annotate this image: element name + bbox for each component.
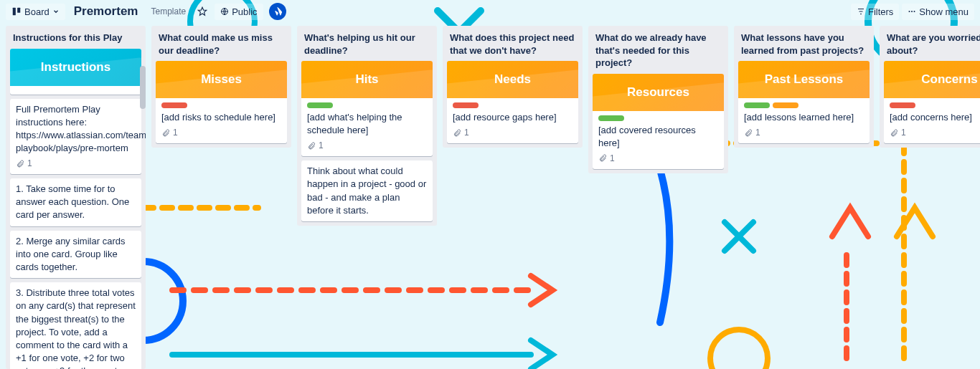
list-cards: Misses[add risks to schedule here]1	[151, 61, 291, 148]
card-badges: 1	[744, 127, 864, 139]
label-green[interactable]	[307, 102, 333, 108]
attachment-count: 1	[901, 127, 906, 139]
card-text: [add lessons learned here]	[744, 111, 864, 124]
card-labels	[307, 102, 427, 108]
label-red[interactable]	[453, 102, 479, 108]
card-labels	[161, 102, 281, 108]
board-canvas: Instructions for this PlayInstructionsFu…	[0, 23, 980, 369]
attachment-icon	[744, 129, 753, 138]
board-header: Board Premortem Template Public Filters …	[0, 0, 980, 23]
board-icon	[11, 6, 22, 16]
card-labels	[890, 102, 980, 108]
svg-point-8	[911, 11, 913, 12]
list: What are you worried about?Concerns[add …	[880, 26, 980, 148]
card-labels	[744, 102, 864, 108]
list-cards: Concerns[add concerns here]1	[880, 61, 980, 148]
list-title[interactable]: What's helping us hit our deadline?	[297, 26, 437, 61]
card-cover: Hits	[301, 61, 433, 98]
card-labels	[598, 115, 718, 121]
card-text: [add what's helping the schedule here]	[307, 111, 427, 137]
card-badges: 1	[16, 158, 136, 170]
board-view-switcher[interactable]: Board	[6, 4, 65, 20]
label-red[interactable]	[890, 102, 915, 108]
attachment-icon	[161, 129, 170, 138]
card[interactable]: Instructions	[10, 49, 141, 95]
filters-label: Filters	[868, 6, 893, 17]
card[interactable]: 2. Merge any similar cards into one card…	[10, 231, 141, 279]
list-title[interactable]: Instructions for this Play	[6, 26, 146, 49]
card[interactable]: Hits[add what's helping the schedule her…	[301, 61, 433, 156]
workspace-avatar[interactable]	[269, 3, 286, 20]
card-text: Think about what could happen in a proje…	[307, 165, 427, 217]
filter-icon	[857, 7, 865, 16]
attachment-count: 1	[755, 127, 760, 139]
card-badges: 1	[890, 127, 980, 139]
list: What do we already have that's needed fo…	[588, 26, 728, 173]
label-green[interactable]	[744, 102, 770, 108]
star-icon	[197, 6, 207, 16]
attachment-icon	[16, 160, 24, 168]
list-title[interactable]: What are you worried about?	[880, 26, 980, 61]
list-cards: Resources[add covered resources here]1	[588, 74, 728, 173]
list: Instructions for this PlayInstructionsFu…	[6, 26, 146, 369]
card[interactable]: Misses[add risks to schedule here]1	[156, 61, 287, 143]
attachment-icon	[890, 129, 898, 138]
card-cover: Concerns	[884, 61, 980, 98]
list-title[interactable]: What could make us miss our deadline?	[151, 26, 291, 61]
svg-rect-5	[17, 8, 20, 13]
card[interactable]: 3. Distribute three total votes on any c…	[10, 282, 141, 369]
attachment-count: 1	[464, 127, 469, 139]
template-badge[interactable]: Template	[146, 5, 190, 18]
list-title[interactable]: What does this project need that we don'…	[443, 26, 583, 61]
list-title[interactable]: What do we already have that's needed fo…	[588, 26, 728, 74]
card-badges: 1	[161, 127, 281, 139]
show-menu-button[interactable]: Show menu	[902, 4, 974, 20]
attachment-icon	[307, 142, 316, 150]
card[interactable]: Past Lessons[add lessons learned here]1	[738, 61, 870, 143]
card-text: [add resource gaps here]	[453, 111, 573, 124]
card[interactable]: Concerns[add concerns here]1	[884, 61, 980, 143]
card-badges: 1	[598, 153, 718, 165]
list-title[interactable]: What lessons have you learned from past …	[734, 26, 874, 61]
list-cards: InstructionsFull Premortem Play instruct…	[6, 49, 146, 369]
card-cover: Past Lessons	[738, 61, 870, 98]
card-badges: 1	[307, 140, 427, 152]
card-text: 1. Take some time for to answer each que…	[16, 183, 136, 222]
svg-point-7	[909, 11, 910, 12]
card[interactable]: Needs[add resource gaps here]1	[447, 61, 578, 143]
card-text: [add covered resources here]	[598, 124, 718, 150]
card-text: [add risks to schedule here]	[161, 111, 281, 124]
filters-button[interactable]: Filters	[851, 4, 899, 20]
attachment-count: 1	[610, 153, 615, 165]
card-labels	[453, 102, 573, 108]
list: What could make us miss our deadline?Mis…	[151, 26, 291, 148]
star-button[interactable]	[193, 4, 212, 19]
card-cover: Misses	[156, 61, 287, 98]
attachment-icon	[598, 154, 607, 163]
card[interactable]: Full Premortem Play instructions here: h…	[10, 99, 141, 175]
attachment-count: 1	[173, 127, 178, 139]
board-title[interactable]: Premortem	[68, 4, 144, 19]
card[interactable]: Think about what could happen in a proje…	[301, 160, 433, 221]
card[interactable]: 1. Take some time for to answer each que…	[10, 178, 141, 226]
visibility-button[interactable]: Public	[215, 4, 263, 20]
card-text: [add concerns here]	[890, 111, 980, 124]
card-text: 3. Distribute three total votes on any c…	[16, 287, 136, 369]
scrollbar-thumb[interactable]	[140, 66, 146, 109]
card-badges: 1	[453, 127, 573, 139]
card-text: Full Premortem Play instructions here: h…	[16, 103, 136, 155]
board-view-label: Board	[24, 6, 50, 17]
card-text: 2. Merge any similar cards into one card…	[16, 235, 136, 274]
label-orange[interactable]	[773, 102, 798, 108]
label-green[interactable]	[598, 115, 624, 121]
list-cards: Past Lessons[add lessons learned here]1	[734, 61, 874, 148]
show-menu-label: Show menu	[919, 6, 969, 17]
visibility-label: Public	[232, 6, 257, 17]
attachment-icon	[453, 129, 461, 138]
label-red[interactable]	[161, 102, 187, 108]
card-cover: Needs	[447, 61, 578, 98]
card-cover: Instructions	[10, 49, 141, 86]
card[interactable]: Resources[add covered resources here]1	[593, 74, 724, 169]
list-cards: Hits[add what's helping the schedule her…	[297, 61, 437, 226]
svg-point-9	[914, 11, 915, 12]
